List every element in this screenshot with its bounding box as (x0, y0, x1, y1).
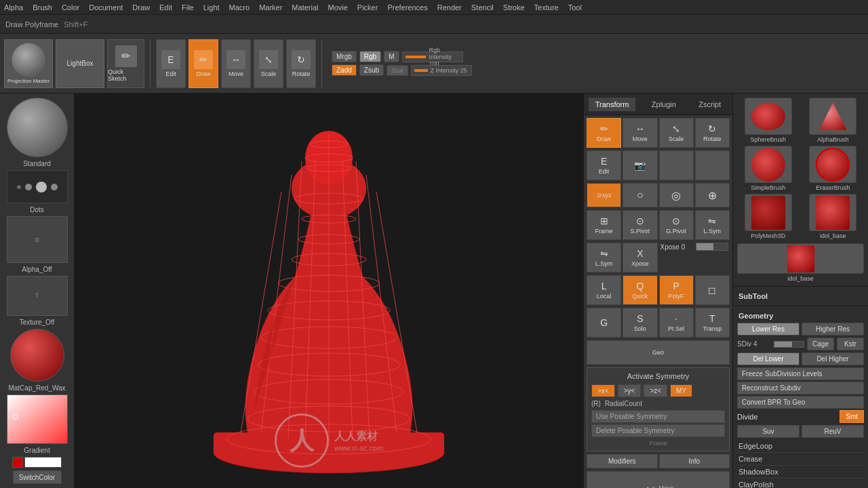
mrgb-button[interactable]: Mrgb (332, 51, 357, 62)
higher-res-button[interactable]: Higher Res (802, 323, 864, 336)
lower-res-button[interactable]: Lower Res (737, 323, 800, 336)
matcap-preview[interactable] (10, 329, 64, 382)
scale-button[interactable]: ⤡ Scale (254, 39, 283, 88)
lsym2-button[interactable]: ⇋ L.Sym (587, 243, 621, 272)
menu-stroke[interactable]: Stroke (503, 3, 525, 12)
rgb-button[interactable]: Rgb (359, 51, 381, 62)
cage-button[interactable]: Cage (807, 338, 834, 350)
idol-base-extra-thumb[interactable]: idol_base (737, 243, 864, 282)
del-lower-button[interactable]: Del Lower (737, 352, 800, 365)
ptsel-button[interactable]: · Pt Sel (659, 308, 694, 338)
switch-color-button[interactable]: SwitchColor (13, 470, 62, 484)
gpivot-button[interactable]: ⊙ G.Pivot (659, 210, 694, 240)
reuv-button[interactable]: ReuV (802, 425, 864, 438)
menu-movie[interactable]: Movie (328, 3, 347, 12)
crease-item[interactable]: Crease (737, 453, 864, 466)
swatch-white[interactable] (24, 457, 62, 468)
geo-button[interactable]: Geo (587, 340, 730, 365)
geometry-header[interactable]: Geometry (737, 309, 864, 323)
menu-color[interactable]: Color (62, 3, 79, 12)
draw-button[interactable]: ✏ Draw (189, 39, 218, 88)
sym-xyz-button[interactable]: ⊙xyz (587, 183, 621, 207)
canvas-area[interactable]: 人 人人素材 www.rr-sc.com (75, 94, 583, 488)
menu-file[interactable]: File (182, 3, 194, 12)
transp-extra-button[interactable]: ◻ (695, 275, 730, 305)
t-scale-button[interactable]: ⤡ Scale (659, 118, 694, 148)
menu-picker[interactable]: Picker (357, 3, 378, 12)
shadowbox-item[interactable]: ShadowBox (737, 466, 864, 479)
xpose-button[interactable]: X Xpose (623, 243, 657, 272)
t-edit-button[interactable]: E Edit (587, 150, 621, 180)
transp-button[interactable]: T Transp (695, 308, 730, 338)
zadd-button[interactable]: Zadd (332, 64, 357, 76)
frame-button[interactable]: ⊞ Frame (587, 210, 621, 240)
suv-button[interactable]: Suv (737, 425, 800, 438)
use-posable-button[interactable]: Use Posable Symmetry (591, 410, 725, 423)
menu-draw[interactable]: Draw (132, 3, 150, 12)
sym-r2[interactable]: ◎ (659, 183, 694, 207)
menu-macro[interactable]: Macro (229, 3, 250, 12)
tab-transform[interactable]: Transform (589, 98, 636, 111)
axis-my-button[interactable]: MY (670, 384, 692, 397)
texture-preview[interactable]: T (7, 276, 68, 316)
z-intensity-slider[interactable]: Z Intensity 25 (411, 65, 472, 76)
axis-y-button[interactable]: >y< (618, 384, 642, 397)
solo-button[interactable]: S Solo (623, 308, 657, 338)
info-button[interactable]: Info (659, 454, 730, 468)
convert-bpr-button[interactable]: Convert BPR To Geo (737, 396, 864, 409)
alpha-brush-thumb[interactable]: AlphaBrush (802, 98, 865, 143)
axis-x-button[interactable]: >x< (591, 384, 615, 397)
menu-marker[interactable]: Marker (259, 3, 282, 12)
t-placeholder2[interactable] (695, 150, 730, 180)
local-button[interactable]: L Local (587, 275, 621, 305)
menu-stencil[interactable]: Stencil (471, 3, 494, 12)
move-button[interactable]: ↔ Move (221, 39, 251, 88)
menu-tool[interactable]: Tool (568, 3, 582, 12)
simple-brush-thumb[interactable]: SimpleBrush (737, 146, 800, 191)
xpose-slider[interactable] (696, 243, 729, 251)
edit-button[interactable]: E Edit (156, 39, 186, 88)
zcut-button[interactable]: Zcut (387, 65, 408, 76)
kstr-button[interactable]: Kstr (837, 338, 864, 350)
sym-r3[interactable]: ⊕ (695, 183, 730, 207)
color-picker[interactable] (7, 394, 68, 444)
rotate-button[interactable]: ↻ Rotate (286, 39, 316, 88)
brush-dots-preview[interactable] (7, 170, 68, 203)
t-draw-button[interactable]: ✏ Draw (587, 118, 621, 148)
freeze-subdiv-button[interactable]: Freeze SubDivision Levels (737, 367, 864, 380)
tab-zscript[interactable]: Zscript (692, 98, 728, 111)
smt-button[interactable]: Smt (840, 410, 864, 423)
menu-brush[interactable]: Brush (33, 3, 52, 12)
t-camera-button[interactable]: 📷 (623, 150, 657, 180)
t-placeholder1[interactable] (659, 150, 694, 180)
tab-zplugin[interactable]: Zplugin (645, 98, 683, 111)
quick-button[interactable]: Q Quick (623, 275, 657, 305)
quick-sketch-button[interactable]: ✏ Quick Sketch (107, 39, 144, 88)
lsym-button[interactable]: ⇋ L.Sym (695, 210, 730, 240)
claypolish-item[interactable]: ClayPolish (737, 479, 864, 488)
sym-r1[interactable]: ○ (623, 183, 657, 207)
subtool-header[interactable]: SubTool (737, 289, 864, 303)
spivot-button[interactable]: ⊙ S.Pivot (623, 210, 657, 240)
menu-render[interactable]: Render (437, 3, 462, 12)
projection-master-button[interactable]: Projection Master (4, 39, 53, 88)
swatch-red[interactable] (12, 457, 23, 468)
menu-material[interactable]: Material (292, 3, 318, 12)
polyf-button[interactable]: P PolyF (659, 275, 694, 305)
idol-base-thumb[interactable]: idol_base (802, 194, 865, 239)
menu-alpha[interactable]: Alpha (4, 3, 23, 12)
t-move-button[interactable]: ↔ Move (623, 118, 657, 148)
brush-preview[interactable] (7, 98, 68, 157)
menu-texture[interactable]: Texture (534, 3, 559, 12)
menu-document[interactable]: Document (89, 3, 123, 12)
m-button[interactable]: M (384, 51, 399, 62)
zsub-button[interactable]: Zsub (359, 64, 384, 76)
lightbox-button[interactable]: LightBox (56, 39, 104, 88)
reconstruct-subdiv-button[interactable]: Reconstruct Subdiv (737, 382, 864, 394)
modifiers-button[interactable]: Modifiers (587, 454, 658, 468)
polymesh-thumb[interactable]: PolyMesh3D (737, 194, 800, 239)
sphere-brush-thumb[interactable]: SphereBrush (737, 98, 800, 143)
t-rotate-button[interactable]: ↻ Rotate (695, 118, 730, 148)
del-higher-button[interactable]: Del Higher (802, 352, 864, 365)
axis-z-button[interactable]: >z< (644, 384, 667, 397)
